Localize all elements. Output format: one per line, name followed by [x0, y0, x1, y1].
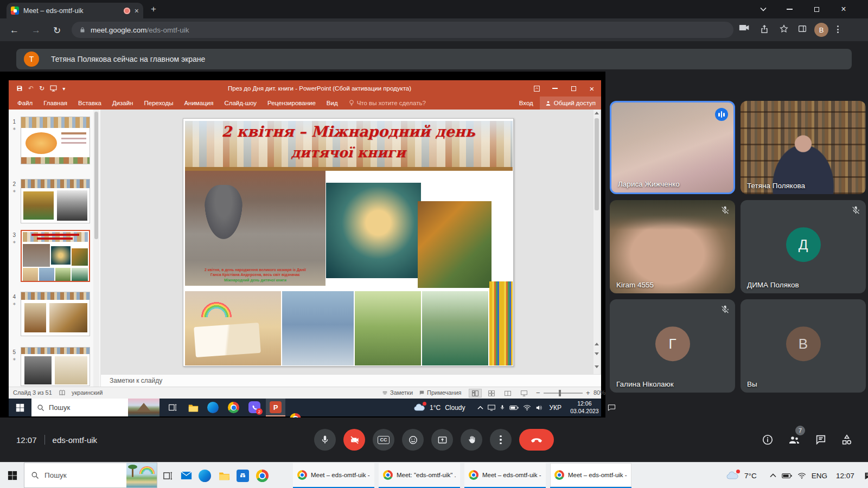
- next-slide-button[interactable]: [595, 352, 599, 355]
- zoom-in-button[interactable]: +: [586, 389, 590, 397]
- shared-search-box[interactable]: Пошук: [31, 399, 159, 416]
- profile-avatar[interactable]: B: [814, 23, 828, 37]
- ribbon-display-options-icon[interactable]: [527, 80, 546, 97]
- people-button[interactable]: 7: [788, 433, 801, 446]
- activities-button[interactable]: [841, 434, 853, 446]
- browser-tab[interactable]: Meet – eds-omtf-uik ×: [7, 3, 143, 18]
- zoom-slider-track[interactable]: [544, 393, 583, 394]
- reactions-button[interactable]: [402, 429, 424, 451]
- spellcheck-icon[interactable]: [59, 389, 66, 396]
- start-button[interactable]: [5, 468, 20, 483]
- bookmark-star-icon[interactable]: [779, 24, 789, 34]
- chrome-icon[interactable]: [256, 470, 269, 482]
- tray-battery-icon[interactable]: [782, 473, 792, 479]
- tray-battery-icon[interactable]: [509, 405, 519, 410]
- store-icon[interactable]: [237, 470, 249, 482]
- shared-task-view-icon[interactable]: [166, 401, 180, 414]
- ppt-restore-button[interactable]: [564, 80, 583, 97]
- zoom-level[interactable]: 80%: [593, 389, 605, 396]
- mail-icon[interactable]: [179, 468, 193, 483]
- shared-weather-icon[interactable]: [413, 403, 425, 412]
- shared-file-explorer-icon[interactable]: [187, 401, 200, 414]
- new-tab-button[interactable]: +: [151, 4, 156, 15]
- viber-icon[interactable]: 2: [248, 401, 260, 413]
- camera-off-button[interactable]: [343, 429, 365, 451]
- powerpoint-taskbar-active[interactable]: P: [266, 399, 285, 416]
- present-screen-button[interactable]: [431, 429, 453, 451]
- shared-notification-icon[interactable]: [608, 404, 616, 411]
- raise-hand-button[interactable]: [461, 429, 482, 451]
- shared-edge-icon[interactable]: [207, 402, 219, 413]
- action-center-icon[interactable]: [864, 472, 868, 480]
- thumbnail-scrollbar[interactable]: [93, 110, 99, 387]
- tray-chevron-icon[interactable]: [477, 406, 483, 410]
- taskbar-search-box[interactable]: Пошук: [24, 463, 157, 488]
- tray-volume-icon[interactable]: [535, 404, 543, 411]
- ribbon-tab-file[interactable]: Файл: [9, 97, 38, 110]
- shared-weather-temp[interactable]: 1°C: [430, 404, 441, 412]
- start-slideshow-icon[interactable]: [50, 85, 57, 92]
- window-minimize-button[interactable]: [777, 0, 802, 18]
- forward-button[interactable]: →: [31, 25, 41, 36]
- camera-in-use-icon[interactable]: [739, 24, 750, 31]
- participant-tile-tetiana[interactable]: Тетяна Полякова: [741, 101, 866, 194]
- chat-button[interactable]: [815, 434, 827, 446]
- ribbon-tab-home[interactable]: Главная: [38, 97, 73, 110]
- shared-weather-cond[interactable]: Cloudy: [445, 404, 465, 412]
- participant-tile-dyma[interactable]: Д ДИМА Поляков: [741, 200, 866, 293]
- weather-tray-icon[interactable]: [726, 471, 739, 480]
- participant-tile-halyna[interactable]: Г Галина Ніколаюк: [610, 299, 735, 393]
- mic-button[interactable]: [314, 429, 336, 451]
- browser-menu-icon[interactable]: [837, 25, 839, 33]
- weather-graphic-volcano[interactable]: [128, 399, 159, 416]
- slide-sorter-view-button[interactable]: [485, 389, 498, 397]
- tray-mic-icon[interactable]: [500, 404, 505, 411]
- ppt-signin-button[interactable]: Вход: [513, 100, 540, 106]
- tray-display-icon[interactable]: [488, 404, 495, 411]
- ppt-close-button[interactable]: ×: [583, 80, 601, 97]
- taskbar-window-meet-2[interactable]: Meet: "eds-omtf-uik" ...: [379, 463, 460, 488]
- shared-chrome-icon[interactable]: [228, 402, 239, 413]
- slide-thumbnail-1[interactable]: 1∗: [9, 117, 101, 166]
- tray-clock[interactable]: 12:07: [836, 472, 854, 480]
- reading-view-button[interactable]: [501, 389, 514, 397]
- ribbon-tab-review[interactable]: Рецензирование: [262, 97, 321, 110]
- task-view-icon[interactable]: [161, 468, 175, 483]
- ribbon-tab-slideshow[interactable]: Слайд-шоу: [219, 97, 262, 110]
- ribbon-tab-design[interactable]: Дизайн: [107, 97, 139, 110]
- shared-start-button[interactable]: [13, 401, 27, 414]
- save-icon[interactable]: [16, 85, 23, 92]
- zoom-slider-thumb[interactable]: [559, 390, 561, 396]
- file-explorer-icon[interactable]: [217, 468, 231, 483]
- window-close-button[interactable]: ×: [831, 0, 856, 18]
- tray-temperature[interactable]: 7°C: [744, 472, 757, 480]
- slide-scrollbar[interactable]: [593, 110, 600, 374]
- participant-tile-larysa[interactable]: Лариса Жижченко: [610, 101, 735, 194]
- slideshow-view-button[interactable]: [518, 389, 531, 397]
- notes-pane[interactable]: Заметки к слайду: [101, 374, 601, 387]
- tab-close-icon[interactable]: ×: [135, 7, 139, 15]
- tell-me-box[interactable]: Что вы хотите сделать?: [343, 100, 426, 107]
- tray-chevron-icon[interactable]: [770, 473, 776, 478]
- participant-tile-you[interactable]: В Вы: [741, 299, 866, 393]
- address-bar[interactable]: meet.google.com/eds-omtf-uik: [72, 22, 733, 38]
- slide-thumbnail-4[interactable]: 4∗: [9, 292, 101, 338]
- language-indicator[interactable]: украинский: [72, 389, 103, 396]
- window-restore-button[interactable]: [804, 0, 829, 18]
- ppt-share-button[interactable]: Общий доступ: [540, 97, 601, 110]
- redo-icon[interactable]: ↻: [39, 85, 44, 92]
- more-options-button[interactable]: [490, 429, 512, 451]
- ribbon-tab-animations[interactable]: Анимация: [178, 97, 219, 110]
- undo-icon[interactable]: ↶: [28, 85, 34, 92]
- normal-view-button[interactable]: [469, 389, 482, 397]
- qat-customize-icon[interactable]: ▾: [62, 86, 65, 92]
- taskbar-window-meet-3[interactable]: Meet – eds-omtf-uik -...: [464, 463, 546, 488]
- back-button[interactable]: ←: [10, 25, 19, 36]
- shared-language-indicator[interactable]: УКР: [550, 404, 562, 412]
- notes-toggle[interactable]: Заметки: [382, 389, 413, 396]
- tray-wifi-icon[interactable]: [797, 472, 806, 479]
- meeting-details-button[interactable]: [762, 434, 774, 446]
- ppt-minimize-button[interactable]: [546, 80, 564, 97]
- ribbon-tab-insert[interactable]: Вставка: [73, 97, 107, 110]
- share-icon[interactable]: [760, 24, 769, 34]
